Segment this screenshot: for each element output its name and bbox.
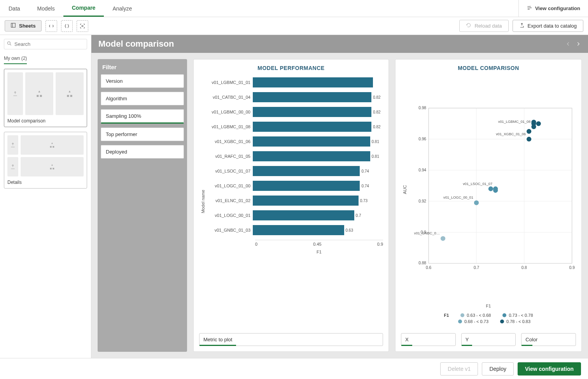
bar-value: 0.7 — [356, 213, 361, 218]
color-selector[interactable]: Color — [521, 333, 576, 346]
bottom-bar: Delete v1 Deploy View configuration — [0, 358, 588, 379]
bar-value: 0.63 — [346, 228, 353, 232]
svg-rect-0 — [11, 23, 16, 28]
tab-models[interactable]: Models — [29, 0, 63, 17]
scatter-point[interactable] — [531, 124, 536, 129]
bar-row[interactable]: v01_RAFC_01_05 0.81 — [207, 151, 383, 161]
y-axis-label: AUC — [401, 185, 409, 194]
filter-item[interactable]: Version — [101, 74, 184, 88]
filter-item[interactable]: Algorithm — [101, 92, 184, 105]
svg-text:0.94: 0.94 — [418, 168, 426, 172]
bar-row[interactable]: v01_CATBC_01_04 0.82 — [207, 92, 383, 102]
bar-label: v01_LOGC_01_00 — [207, 183, 253, 188]
reload-data-button: Reload data — [459, 20, 508, 32]
layout-icon-button-2[interactable] — [61, 20, 73, 32]
bar-value: 0.83 — [373, 80, 381, 85]
bar-label: v01_LSOC_01_07 — [207, 169, 253, 173]
bar-label: v01_ELNC_01_02 — [207, 198, 253, 203]
svg-text:v01_XGBC_01_06: v01_XGBC_01_06 — [496, 132, 526, 136]
deploy-button[interactable]: Deploy — [482, 362, 514, 376]
filter-title: Filter — [102, 64, 182, 70]
bar-row[interactable]: v01_LOGC_01_00 0.74 — [207, 181, 383, 191]
bar-value: 0.81 — [372, 154, 379, 159]
scatter-point[interactable] — [536, 121, 541, 126]
bar-value: 0.82 — [373, 125, 380, 129]
search-box[interactable] — [4, 39, 87, 49]
x-axis-label: F1 — [255, 250, 383, 254]
bar-row[interactable]: v01_GNBC_01_03 0.63 — [207, 225, 383, 235]
bar-row[interactable]: v01_LGBMC_01_01 0.83 — [207, 77, 383, 87]
thumb-placeholder — [7, 135, 18, 155]
bar-label: v01_GNBC_01_03 — [207, 228, 253, 232]
refresh-icon — [466, 23, 471, 29]
sheets-icon — [10, 23, 16, 29]
sheets-button[interactable]: Sheets — [5, 20, 42, 31]
svg-text:0.9: 0.9 — [569, 265, 575, 270]
view-configuration-button[interactable]: View configuration — [518, 362, 581, 376]
bar-value: 0.82 — [373, 95, 380, 100]
search-input[interactable] — [14, 41, 84, 47]
scatter-point[interactable] — [493, 188, 498, 193]
bar-row[interactable]: v01_ELNC_01_02 0.73 — [207, 196, 383, 206]
bar-row[interactable]: v01_LSOC_01_07 0.74 — [207, 166, 383, 176]
svg-text:0.6: 0.6 — [426, 265, 432, 270]
filter-item[interactable]: Deployed — [101, 145, 184, 159]
filter-item[interactable]: Top performer — [101, 127, 184, 141]
x-selector[interactable]: X — [401, 333, 456, 346]
export-data-button[interactable]: Export data to catalog — [513, 20, 583, 32]
scatter-point[interactable] — [527, 137, 531, 141]
sheet-card-model-comparison[interactable]: Model comparison — [4, 69, 87, 127]
content: Model comparison Filter VersionAlgorithm… — [91, 35, 588, 358]
legend-item: 0.73 - < 0.78 — [502, 313, 533, 318]
layout-icon-button-1[interactable] — [46, 20, 57, 32]
sheet-card-details[interactable]: Details — [4, 132, 87, 189]
legend-item: 0.78 - < 0.83 — [500, 319, 530, 324]
bar-label: v01_LGBMC_00_00 — [207, 110, 253, 114]
svg-text:v01_LSOC_01_07: v01_LSOC_01_07 — [463, 182, 492, 186]
y-axis-label: Model name — [199, 190, 207, 213]
card-title: MODEL PERFORMANCE — [199, 65, 383, 71]
bar-value: 0.74 — [361, 169, 369, 173]
svg-text:v01_LOGC_00_01: v01_LOGC_00_01 — [443, 196, 473, 199]
prev-sheet-icon[interactable] — [565, 39, 571, 49]
scatter-point[interactable] — [474, 201, 479, 205]
bar-row[interactable]: v01_LOGC_00_01 0.7 — [207, 210, 383, 220]
tab-data[interactable]: Data — [0, 0, 29, 17]
thumb-placeholder — [7, 157, 18, 176]
view-configuration-top[interactable]: View configuration — [518, 0, 588, 17]
toolbar: Sheets Reload data Export data to catalo… — [0, 17, 588, 35]
x-axis-label: F1 — [401, 304, 576, 308]
bar-row[interactable]: v01_XGBC_01_06 0.81 — [207, 136, 383, 147]
layout-icon-button-3[interactable] — [77, 20, 88, 32]
sheets-tab-myown[interactable]: My own (2) — [4, 53, 27, 64]
svg-text:0.96: 0.96 — [418, 137, 426, 141]
card-title: MODEL COMPARISON — [401, 65, 576, 71]
tab-compare[interactable]: Compare — [63, 0, 104, 17]
scatter-point[interactable] — [527, 129, 531, 134]
bar-row[interactable]: v01_LGBMC_01_08 0.82 — [207, 122, 383, 132]
sidebar: My own (2) Model comparison Detai — [0, 35, 91, 358]
svg-point-1 — [82, 25, 83, 27]
svg-text:0.92: 0.92 — [418, 199, 426, 203]
model-performance-card: MODEL PERFORMANCE Model name v01_LGBMC_0… — [193, 59, 389, 352]
scatter-point[interactable] — [441, 236, 445, 241]
sheet-card-label: Details — [7, 180, 84, 185]
next-sheet-icon[interactable] — [576, 39, 581, 49]
metric-to-plot-selector[interactable]: Metric to plot — [199, 333, 383, 346]
bar-row[interactable]: v01_LGBMC_00_00 0.82 — [207, 107, 383, 117]
banner: Model comparison — [91, 35, 588, 53]
filter-item[interactable]: Sampling 100% — [101, 109, 184, 124]
thumb-placeholder — [21, 135, 84, 155]
thumb-placeholder — [56, 72, 84, 115]
scatter-point[interactable] — [488, 187, 493, 191]
tab-analyze[interactable]: Analyze — [104, 0, 140, 17]
svg-rect-23 — [429, 108, 572, 263]
sheet-card-label: Model comparison — [7, 118, 84, 124]
export-icon — [519, 23, 525, 29]
legend-title: F1 — [444, 313, 449, 318]
bar-value: 0.82 — [373, 110, 380, 114]
legend: F1 0.63 - < 0.68 0.73 - < 0.78 0.68 - < … — [401, 313, 576, 325]
y-selector[interactable]: Y — [461, 333, 516, 346]
sliders-icon — [527, 5, 532, 12]
bar-label: v01_LOGC_00_01 — [207, 213, 253, 218]
